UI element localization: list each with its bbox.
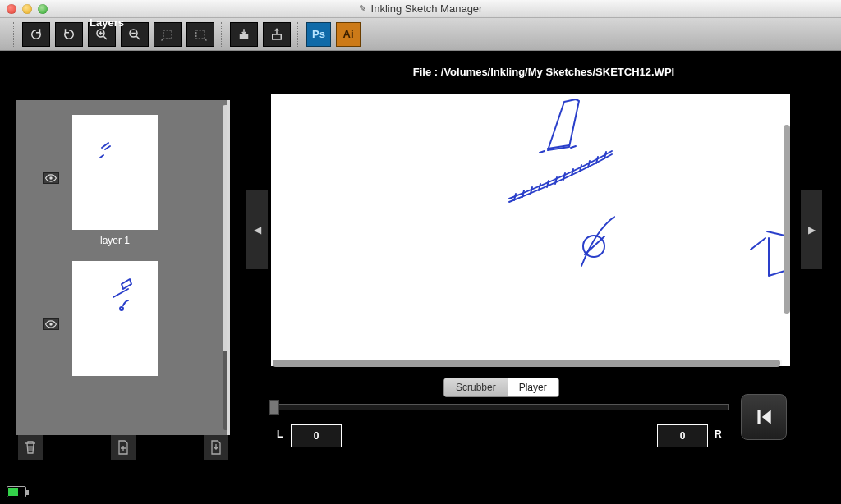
- export-button[interactable]: [263, 22, 291, 47]
- export-icon: [269, 27, 284, 42]
- eye-icon: [45, 174, 57, 182]
- svg-rect-9: [240, 34, 249, 39]
- trash-icon: [24, 440, 37, 455]
- svg-point-13: [120, 307, 123, 310]
- battery-indicator: [7, 486, 26, 497]
- layer-visibility-toggle[interactable]: [43, 318, 59, 330]
- playback-slider-track[interactable]: [273, 404, 729, 410]
- left-counter-label: L: [277, 428, 283, 440]
- svg-rect-10: [273, 34, 282, 39]
- layer-thumbnail[interactable]: [72, 261, 158, 376]
- window-title: ✎ Inkling Sketch Manager: [0, 2, 841, 15]
- layers-panel: layer 1: [16, 100, 230, 435]
- layer-thumbnail[interactable]: [72, 115, 158, 230]
- delete-layer-button[interactable]: [18, 435, 43, 460]
- toolbar-separator: [221, 22, 223, 47]
- right-counter-value: 0: [657, 424, 708, 447]
- playback-slider-thumb[interactable]: [269, 400, 279, 415]
- layer-item[interactable]: layer 1: [25, 115, 217, 246]
- skip-start-icon: [753, 406, 774, 428]
- zoom-in-icon: [94, 27, 109, 42]
- svg-rect-8: [196, 30, 205, 39]
- window-title-text: Inkling Sketch Manager: [371, 2, 483, 15]
- export-illustrator-button[interactable]: Ai: [336, 22, 361, 47]
- svg-point-12: [49, 323, 53, 326]
- rotate-cw-icon: [29, 27, 44, 42]
- layers-scrollbar-thumb[interactable]: [223, 105, 227, 351]
- layer-visibility-toggle[interactable]: [43, 172, 59, 184]
- merge-layer-button[interactable]: [204, 435, 228, 460]
- ps-icon: Ps: [312, 28, 325, 40]
- crop-end-icon: [193, 27, 208, 42]
- triangle-right-icon: ▶: [808, 224, 816, 236]
- window-titlebar: ✎ Inkling Sketch Manager: [0, 0, 841, 18]
- sketch-drawing: [271, 94, 790, 366]
- app-icon: ✎: [359, 3, 366, 14]
- file-label-prefix: File :: [413, 66, 438, 78]
- layer-item[interactable]: [25, 261, 217, 376]
- toolbar-separator: [297, 22, 300, 47]
- svg-line-1: [103, 36, 107, 39]
- import-icon: [237, 27, 251, 42]
- collapse-layers-button[interactable]: ◀: [246, 190, 268, 269]
- layers-panel-title: Layers: [0, 16, 214, 29]
- playback-mode-tabs: Scrubber Player: [443, 378, 559, 397]
- sketch-thumbnail-icon: [72, 115, 158, 230]
- svg-rect-7: [163, 30, 172, 39]
- canvas-hscrollbar[interactable]: [271, 360, 782, 368]
- svg-rect-15: [757, 410, 760, 424]
- expand-right-button[interactable]: ▶: [801, 190, 822, 269]
- page-merge-icon: [209, 440, 223, 455]
- canvas-hscrollbar-thumb[interactable]: [273, 360, 780, 367]
- go-to-start-button[interactable]: [741, 394, 787, 440]
- import-button[interactable]: [230, 22, 258, 47]
- new-layer-button[interactable]: [111, 435, 136, 460]
- sketch-canvas[interactable]: [271, 94, 790, 366]
- eye-icon: [45, 320, 57, 328]
- svg-point-11: [49, 176, 53, 180]
- triangle-left-icon: ◀: [254, 224, 261, 236]
- main-area: Layers File : /Volumes/Inkling/My Sketch…: [0, 51, 841, 504]
- svg-line-5: [136, 36, 140, 39]
- sketch-thumbnail-icon: [72, 261, 158, 376]
- crop-start-icon: [160, 27, 175, 42]
- battery-fill: [8, 488, 18, 496]
- layers-scroll[interactable]: layer 1: [16, 100, 227, 435]
- layer-label: layer 1: [72, 235, 158, 246]
- canvas-vscrollbar-thumb[interactable]: [784, 125, 790, 314]
- tab-scrubber[interactable]: Scrubber: [444, 378, 508, 396]
- canvas-vscrollbar[interactable]: [784, 108, 790, 355]
- file-path-text: /Volumes/Inkling/My Sketches/SKETCH12.WP…: [441, 66, 674, 78]
- file-path: File : /Volumes/Inkling/My Sketches/SKET…: [271, 66, 816, 78]
- tab-player[interactable]: Player: [508, 378, 558, 396]
- right-counter-label: R: [715, 428, 722, 440]
- page-plus-icon: [117, 440, 130, 455]
- rotate-ccw-icon: [62, 27, 76, 42]
- layer-actions: [16, 435, 230, 460]
- export-photoshop-button[interactable]: Ps: [306, 22, 331, 47]
- ai-icon: Ai: [343, 28, 354, 40]
- left-counter-value: 0: [291, 424, 342, 447]
- zoom-out-icon: [127, 27, 142, 42]
